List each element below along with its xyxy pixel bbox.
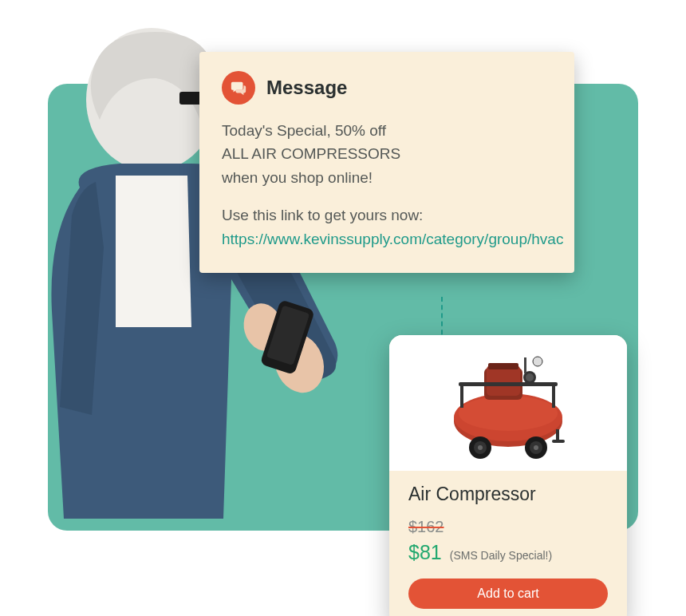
svg-rect-19 <box>459 382 558 386</box>
price-new: $81 <box>408 541 442 564</box>
svg-point-9 <box>459 396 558 431</box>
product-name: Air Compressor <box>408 484 608 505</box>
message-promo-text: Today's Special, 50% off ALL AIR COMPRES… <box>222 119 552 189</box>
svg-rect-27 <box>556 429 559 442</box>
product-image-area <box>389 335 627 471</box>
svg-rect-17 <box>460 385 463 408</box>
message-card: Message Today's Special, 50% off ALL AIR… <box>199 52 574 273</box>
svg-point-16 <box>533 357 542 366</box>
message-cta: Use this link to get yours now: https://… <box>222 203 552 251</box>
price-row: $81 (SMS Daily Special!) <box>408 541 608 564</box>
svg-point-14 <box>526 373 534 381</box>
message-link[interactable]: https://www.kevinssupply.com/category/gr… <box>222 231 563 247</box>
compressor-icon <box>440 346 576 461</box>
product-card: Air Compressor $162 $81 (SMS Daily Speci… <box>389 335 627 616</box>
add-to-cart-button[interactable]: Add to cart <box>408 578 608 609</box>
message-header: Message <box>222 71 552 105</box>
product-info: Air Compressor $162 $81 (SMS Daily Speci… <box>389 471 627 616</box>
svg-rect-15 <box>524 357 526 373</box>
svg-point-22 <box>478 445 483 450</box>
price-old: $162 <box>408 518 608 536</box>
svg-rect-12 <box>488 363 518 369</box>
svg-point-25 <box>534 445 538 450</box>
message-title: Message <box>266 77 347 99</box>
message-body: Today's Special, 50% off ALL AIR COMPRES… <box>222 119 552 251</box>
message-icon <box>222 71 255 105</box>
svg-rect-18 <box>552 385 555 408</box>
svg-rect-11 <box>487 365 520 396</box>
price-note: (SMS Daily Special!) <box>450 549 552 562</box>
